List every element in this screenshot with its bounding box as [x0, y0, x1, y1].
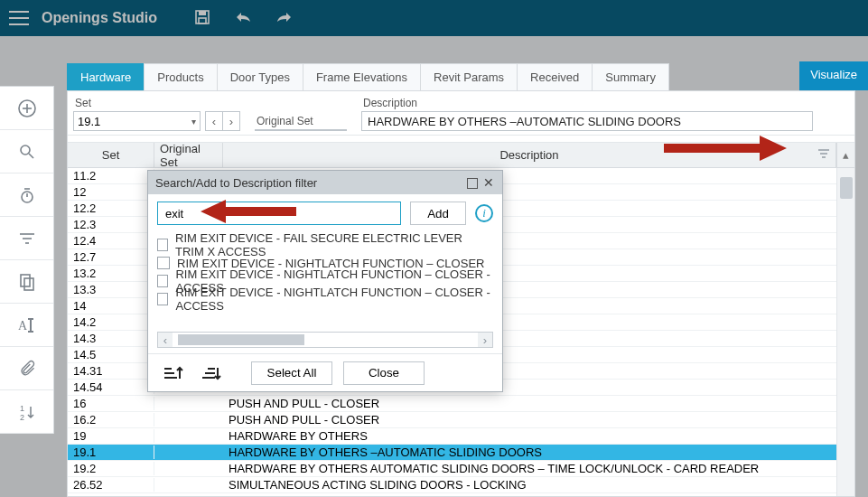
tab-received[interactable]: Received: [517, 63, 593, 90]
dialog-title-bar[interactable]: Search/Add to Description filter ✕: [148, 171, 502, 194]
scroll-right-icon[interactable]: ›: [478, 333, 492, 347]
filter-icon[interactable]: [0, 217, 53, 260]
cell-set: 16.2: [68, 413, 154, 427]
original-set-field[interactable]: [255, 129, 347, 131]
description-label: Description: [361, 95, 813, 111]
next-set-button[interactable]: ›: [222, 111, 240, 131]
tab-hardware[interactable]: Hardware: [67, 63, 145, 90]
set-label: Set: [73, 95, 240, 111]
table-row[interactable]: 16PUSH AND PULL - CLOSER: [68, 396, 854, 412]
cell-set: 14.54: [68, 380, 154, 394]
col-original-set[interactable]: Original Set: [154, 143, 223, 167]
redo-icon[interactable]: [275, 10, 294, 27]
cell-description: PUSH AND PULL - CLOSER: [223, 397, 854, 410]
cell-set: 12: [68, 185, 154, 199]
timer-icon[interactable]: [0, 173, 53, 217]
annotation-arrow-filter: [662, 133, 789, 164]
svg-rect-2: [199, 18, 206, 23]
original-set-label: Original Set: [255, 113, 347, 129]
numeric-sort-icon[interactable]: 12: [0, 390, 53, 434]
cell-set: 11.2: [68, 169, 154, 183]
text-icon[interactable]: A: [0, 304, 53, 347]
table-row[interactable]: 16.2PUSH AND PULL - CLOSER: [68, 412, 854, 428]
select-all-button[interactable]: Select All: [251, 361, 332, 385]
vertical-scrollbar[interactable]: [836, 168, 854, 496]
cell-set: 14.3: [68, 332, 154, 345]
tab-products[interactable]: Products: [144, 63, 217, 90]
save-icon[interactable]: [193, 8, 211, 29]
close-button[interactable]: Close: [343, 361, 425, 385]
cell-set: 19.2: [68, 462, 154, 475]
svg-rect-14: [21, 275, 30, 286]
checkbox-icon[interactable]: [157, 257, 170, 269]
cell-set: 19.1: [68, 445, 154, 459]
set-value: 19.1: [78, 115, 100, 128]
topbar: Openings Studio: [0, 0, 868, 36]
cell-set: 14.2: [68, 315, 154, 329]
cell-set: 13.3: [68, 283, 154, 296]
tab-frame-elevations[interactable]: Frame Elevations: [303, 63, 421, 90]
cell-description: HARDWARE BY OTHERS AUTOMATIC SLIDING DOO…: [223, 462, 854, 475]
tab-summary[interactable]: Summary: [592, 63, 669, 90]
table-row[interactable]: 19HARDWARE BY OTHERS: [68, 428, 854, 445]
svg-line-7: [29, 154, 33, 158]
info-icon[interactable]: i: [475, 204, 493, 222]
search-icon[interactable]: [0, 130, 53, 173]
cell-description: HARDWARE BY OTHERS: [223, 429, 854, 443]
cell-description: HARDWARE BY OTHERS –AUTOMATIC SLIDING DO…: [223, 445, 854, 459]
filter-option-label: RIM EXIT DEVICE - NIGHTLATCH FUNCTION – …: [175, 286, 493, 313]
description-field[interactable]: HARDWARE BY OTHERS –AUTOMATIC SLIDING DO…: [361, 111, 813, 131]
cell-description: PUSH AND PULL - CLOSER: [223, 413, 854, 427]
sort-asc-icon[interactable]: [159, 361, 186, 385]
menu-icon[interactable]: [9, 11, 29, 25]
tab-door-types[interactable]: Door Types: [217, 63, 303, 90]
cell-set: 12.3: [68, 218, 154, 231]
add-button[interactable]: Add: [410, 202, 466, 225]
prev-set-button[interactable]: ‹: [205, 111, 223, 131]
filter-result-list: RIM EXIT DEVICE - FAIL SECURE ELECTRIC L…: [148, 230, 502, 324]
horizontal-scrollbar[interactable]: ‹ ›: [157, 332, 493, 348]
cell-set: 14.31: [68, 364, 154, 378]
cell-set: 14.5: [68, 348, 154, 361]
svg-text:2: 2: [20, 413, 24, 421]
filter-option[interactable]: RIM EXIT DEVICE - FAIL SECURE ELECTRIC L…: [157, 236, 493, 254]
svg-text:1: 1: [20, 404, 24, 413]
dialog-title: Search/Add to Description filter: [155, 176, 464, 190]
scroll-up-icon[interactable]: ▴: [836, 143, 854, 167]
annotation-arrow-input: [199, 198, 298, 225]
checkbox-icon[interactable]: [157, 275, 168, 287]
left-rail: A 12: [0, 86, 54, 434]
table-row[interactable]: 19.2HARDWARE BY OTHERS AUTOMATIC SLIDING…: [68, 461, 854, 477]
svg-point-6: [21, 145, 30, 155]
cell-set: 14: [68, 299, 154, 313]
sort-desc-icon[interactable]: [197, 361, 224, 385]
close-icon[interactable]: ✕: [481, 175, 497, 190]
checkbox-icon[interactable]: [157, 293, 168, 305]
checkbox-icon[interactable]: [157, 239, 168, 251]
tab-visualize[interactable]: Visualize: [799, 61, 868, 90]
cell-set: 19: [68, 429, 154, 443]
svg-text:A: A: [18, 319, 28, 333]
tab-revit-params[interactable]: Revit Params: [420, 63, 518, 90]
column-filter-icon[interactable]: [817, 148, 830, 162]
cell-set: 26.52: [68, 478, 154, 492]
table-row[interactable]: 19.1HARDWARE BY OTHERS –AUTOMATIC SLIDIN…: [68, 445, 854, 461]
col-set[interactable]: Set: [68, 143, 154, 167]
filter-option-label: RIM EXIT DEVICE - FAIL SECURE ELECTRIC L…: [175, 231, 493, 258]
filter-option[interactable]: RIM EXIT DEVICE - NIGHTLATCH FUNCTION – …: [157, 290, 493, 308]
svg-rect-15: [24, 278, 33, 290]
maximize-icon[interactable]: [467, 178, 478, 189]
cell-set: 12.2: [68, 202, 154, 215]
cell-description: SIMULTANEOUS ACTING SLIDING DOORS - LOCK…: [223, 478, 854, 492]
table-row[interactable]: 26.52SIMULTANEOUS ACTING SLIDING DOORS -…: [68, 477, 854, 493]
tab-bar: Hardware Products Door Types Frame Eleva…: [67, 61, 668, 90]
cell-set: 12.4: [68, 234, 154, 248]
add-icon[interactable]: [0, 87, 53, 130]
copy-icon[interactable]: [0, 260, 53, 304]
set-dropdown[interactable]: 19.1 ▾: [73, 111, 201, 131]
scroll-left-icon[interactable]: ‹: [158, 333, 173, 347]
cell-set: 16: [68, 397, 154, 410]
attach-icon[interactable]: [0, 347, 53, 390]
undo-icon[interactable]: [233, 10, 253, 27]
app-title: Openings Studio: [42, 10, 157, 26]
